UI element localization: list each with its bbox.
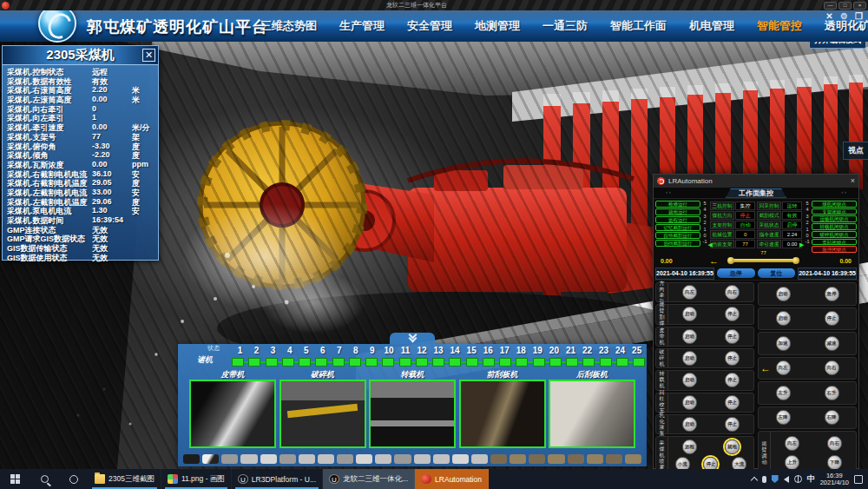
circle-button[interactable]: 启动	[682, 395, 697, 410]
lock-button[interactable]: 转载机闭锁点	[812, 223, 857, 230]
circle-button[interactable]: 停止	[725, 395, 740, 410]
filmstrip-item[interactable]	[587, 454, 603, 464]
nav-item-2[interactable]: 安全管理	[407, 18, 452, 34]
filmstrip-item[interactable]	[240, 454, 257, 464]
filmstrip-item[interactable]	[414, 454, 431, 464]
camera-thumbnail[interactable]	[369, 380, 456, 448]
ime-indicator[interactable]: 中	[807, 473, 815, 485]
clock[interactable]: 16:39 2021/4/10	[820, 472, 849, 486]
taskbar-task[interactable]: LRAutomation	[415, 469, 489, 489]
filmstrip-item[interactable]	[510, 454, 526, 464]
circle-button[interactable]: 停止	[725, 417, 740, 432]
camera-thumbnail[interactable]	[549, 380, 635, 448]
minimize-icon[interactable]: —	[824, 2, 837, 10]
filmstrip-item[interactable]	[299, 454, 315, 464]
maximize-icon[interactable]: □	[838, 2, 852, 10]
security-shield-icon[interactable]	[772, 475, 779, 483]
filmstrip-item[interactable]	[279, 454, 296, 464]
circle-button[interactable]: 向右	[825, 360, 839, 375]
circle-button[interactable]: 停止	[725, 351, 740, 366]
filmstrip-item[interactable]	[375, 454, 391, 464]
filmstrip-item[interactable]	[452, 454, 469, 464]
circle-button[interactable]: 上升	[785, 455, 799, 470]
circle-button[interactable]: 向左	[776, 360, 791, 375]
circle-button[interactable]: 启动	[682, 351, 697, 366]
circle-button[interactable]: 启动	[682, 373, 697, 387]
nav-item-5[interactable]: 智能工作面	[610, 18, 667, 34]
filmstrip-item[interactable]	[356, 454, 372, 464]
mode-button[interactable]: 远程运行	[655, 216, 700, 223]
estop-lock-button[interactable]: 急停闭锁点	[812, 246, 857, 253]
panel-close-icon[interactable]: ✕	[142, 49, 155, 62]
taskbar-task[interactable]: ULR3DPlatform - U...	[232, 469, 323, 489]
nav-item-1[interactable]: 生产管理	[339, 18, 385, 34]
camera-thumbnail[interactable]	[279, 380, 366, 448]
nav-item-4[interactable]: 一通三防	[542, 18, 588, 34]
speaker-icon[interactable]	[784, 476, 789, 483]
circle-button[interactable]: 向左	[785, 436, 799, 451]
circle-button[interactable]: 向右	[725, 285, 740, 300]
gear-icon[interactable]: ⚙	[838, 11, 850, 21]
circle-button[interactable]: 右升	[825, 386, 839, 400]
circle-button[interactable]: 停止	[725, 329, 740, 344]
filmstrip-item[interactable]	[490, 454, 507, 464]
circle-button[interactable]: 启动	[682, 329, 697, 344]
collapse-chevron-button[interactable]	[390, 333, 435, 344]
taskbar-task[interactable]: U龙软二三维一体化...	[323, 469, 415, 489]
notification-center-icon[interactable]	[854, 475, 863, 484]
reset-button[interactable]: 复位	[758, 268, 796, 278]
nav-item-7[interactable]: 智能管控	[757, 18, 802, 34]
start-button[interactable]	[0, 469, 30, 489]
lock-button[interactable]: 破碎机闭锁点	[812, 231, 857, 238]
viewpoint-tab[interactable]: 视点	[843, 142, 868, 160]
filmstrip-item[interactable]	[394, 454, 411, 464]
filmstrip-item[interactable]	[606, 454, 622, 464]
mode-button[interactable]: 协同截割运行	[655, 240, 700, 247]
circle-button[interactable]: 向左	[682, 285, 697, 300]
nav-item-3[interactable]: 地测管理	[475, 18, 520, 34]
circle-button[interactable]: 急停	[825, 287, 839, 301]
filmstrip-item[interactable]	[568, 454, 584, 464]
filmstrip-item[interactable]	[625, 454, 641, 464]
circle-button[interactable]: 启动	[682, 307, 697, 321]
filmstrip-item[interactable]	[471, 454, 488, 464]
circle-button[interactable]: 停止	[725, 373, 740, 387]
network-globe-icon[interactable]	[794, 475, 802, 483]
circle-button[interactable]: 下降	[827, 455, 842, 470]
filmstrip-item[interactable]	[202, 454, 219, 464]
circle-button[interactable]: 停止	[825, 311, 839, 326]
taskbar-task[interactable]: 2305三维截图	[89, 469, 161, 489]
mode-button[interactable]: 记忆截割运行	[655, 224, 700, 231]
circle-button[interactable]: 启动	[682, 417, 697, 432]
circle-button[interactable]: 左降	[776, 410, 791, 425]
camera-thumbnail[interactable]	[189, 380, 276, 448]
mode-button[interactable]: 就地运行	[655, 208, 700, 215]
filmstrip-item[interactable]	[529, 454, 545, 464]
lock-button[interactable]: 煤机闭锁点	[812, 201, 857, 208]
nav-item-0[interactable]: 三维态势图	[260, 18, 317, 34]
filmstrip-item[interactable]	[260, 454, 277, 464]
window-restore-icon[interactable]: ❐	[853, 11, 865, 21]
filmstrip-item[interactable]	[221, 454, 238, 464]
taskbar-task[interactable]: 11.png - 画图	[161, 469, 232, 489]
microphone-icon[interactable]	[762, 476, 766, 483]
circle-button[interactable]: 加速	[776, 336, 791, 351]
cortana-button[interactable]	[59, 469, 89, 489]
close-icon[interactable]: ×	[853, 2, 866, 10]
circle-button[interactable]: 就地	[725, 439, 740, 454]
circle-button[interactable]: 向右	[827, 436, 842, 451]
circle-button[interactable]: 启动	[776, 287, 791, 301]
filmstrip-item[interactable]	[337, 454, 353, 464]
estop-button[interactable]: 急停	[717, 268, 755, 278]
filmstrip-item[interactable]	[548, 454, 564, 464]
lock-button[interactable]: 运输机闭锁点	[812, 215, 857, 222]
lock-button[interactable]: 泵站闭锁点	[812, 239, 857, 246]
circle-button[interactable]: 右降	[825, 410, 839, 425]
circle-button[interactable]: 远程	[682, 439, 697, 454]
lock-button[interactable]: 支架闭锁点	[812, 208, 857, 215]
circle-button[interactable]: 左升	[776, 386, 791, 400]
camera-thumbnail[interactable]	[459, 380, 546, 448]
filmstrip-item[interactable]	[433, 454, 450, 464]
mode-button[interactable]: 检修运行	[655, 201, 700, 208]
tray-expand-icon[interactable]	[750, 476, 757, 483]
